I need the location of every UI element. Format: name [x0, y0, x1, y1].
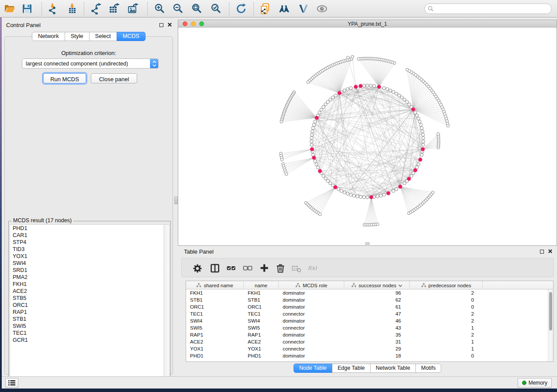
- mcds-result-item[interactable]: SRD1: [10, 267, 169, 274]
- vertical-splitter-handle[interactable]: [174, 196, 178, 204]
- cell-predecessor_nodes[interactable]: 2: [410, 310, 483, 317]
- table-row[interactable]: SWI4SWI4dominator462: [186, 317, 548, 324]
- cell-shared_name[interactable]: ACE2: [186, 338, 244, 345]
- cell-name[interactable]: TEC1: [244, 310, 279, 317]
- save-icon[interactable]: [21, 3, 33, 14]
- add-column-icon[interactable]: [259, 263, 270, 273]
- cell-successor_nodes[interactable]: 46: [344, 317, 410, 324]
- cell-shared_name[interactable]: YOX1: [186, 345, 244, 352]
- mcds-result-item[interactable]: TEC1: [10, 330, 169, 337]
- table-row[interactable]: FKH1FKH1dominator962: [186, 289, 548, 296]
- delete-column-icon[interactable]: [275, 263, 286, 273]
- table-row[interactable]: TEC1TEC1connector472: [186, 310, 548, 317]
- mcds-result-item[interactable]: CAR1: [10, 232, 169, 239]
- toggle-columns-icon[interactable]: [210, 263, 220, 273]
- cell-name[interactable]: ORC1: [244, 303, 279, 310]
- mcds-result-item[interactable]: YOX1: [10, 253, 169, 260]
- table-row[interactable]: SWI5SWI5connector431: [186, 324, 548, 331]
- cell-shared_name[interactable]: PHD1: [186, 352, 244, 359]
- export-image-icon[interactable]: [128, 3, 139, 14]
- mcds-result-scrollbar[interactable]: [163, 225, 169, 381]
- cell-shared_name[interactable]: FKH1: [186, 289, 244, 296]
- cell-shared_name[interactable]: ORC1: [186, 303, 244, 310]
- cell-successor_nodes[interactable]: 47: [344, 310, 410, 317]
- cell-name[interactable]: PHD1: [244, 352, 279, 359]
- cell-mcds_role[interactable]: connector: [279, 324, 344, 331]
- show-panels-button[interactable]: [5, 378, 18, 388]
- cell-mcds_role[interactable]: dominator: [279, 303, 344, 310]
- network-window-titlebar[interactable]: YPA_prune.txt_1: [178, 20, 557, 28]
- cell-mcds_role[interactable]: connector: [279, 345, 344, 352]
- cell-name[interactable]: RAP1: [244, 331, 279, 338]
- binoculars-icon[interactable]: [278, 3, 290, 14]
- cell-shared_name[interactable]: RAP1: [186, 331, 244, 338]
- cell-predecessor_nodes[interactable]: 0: [410, 296, 483, 303]
- share-document-icon[interactable]: [259, 3, 271, 14]
- export-table-icon[interactable]: [109, 3, 120, 14]
- mcds-result-item[interactable]: PHD1: [10, 225, 169, 232]
- tab-mcds[interactable]: MCDS: [117, 32, 145, 41]
- network-graph[interactable]: [178, 28, 557, 245]
- cell-successor_nodes[interactable]: 61: [344, 303, 410, 310]
- mcds-result-item[interactable]: STB5: [10, 295, 169, 302]
- mcds-result-item[interactable]: FKH1: [10, 281, 169, 288]
- mcds-result-item[interactable]: SWI5: [10, 323, 169, 330]
- mcds-result-item[interactable]: STB1: [10, 316, 169, 323]
- cell-mcds_role[interactable]: dominator: [279, 317, 344, 324]
- column-header-MCDS-role[interactable]: MCDS role: [279, 281, 344, 289]
- mcds-result-item[interactable]: ACE2: [10, 288, 169, 295]
- table-row[interactable]: YOX1YOX1connector291: [186, 345, 548, 352]
- cell-name[interactable]: STB1: [244, 296, 279, 303]
- import-table-icon[interactable]: [66, 3, 78, 14]
- column-header-predecessor-nodes[interactable]: predecessor nodes: [410, 281, 483, 289]
- cell-mcds_role[interactable]: connector: [279, 310, 344, 317]
- cell-mcds_role[interactable]: dominator: [279, 331, 344, 338]
- cell-mcds_role[interactable]: dominator: [279, 289, 344, 296]
- cell-predecessor_nodes[interactable]: 2: [410, 317, 483, 324]
- export-network-icon[interactable]: [90, 3, 102, 14]
- cell-successor_nodes[interactable]: 31: [344, 338, 410, 345]
- cell-mcds_role[interactable]: connector: [279, 338, 344, 345]
- memory-button[interactable]: Memory: [518, 378, 552, 388]
- mcds-result-item[interactable]: SWI4: [10, 260, 169, 267]
- column-header-name[interactable]: name: [244, 281, 279, 289]
- mcds-result-item[interactable]: PMA2: [10, 274, 169, 281]
- tab-style[interactable]: Style: [65, 32, 90, 41]
- settings-gear-icon[interactable]: [192, 263, 203, 273]
- refresh-layout-icon[interactable]: [235, 3, 247, 14]
- column-header-successor-nodes[interactable]: successor nodes: [344, 281, 410, 289]
- cell-mcds_role[interactable]: dominator: [279, 296, 344, 303]
- control-panel-float-button[interactable]: [159, 23, 163, 27]
- table-row[interactable]: PHD1PHD1dominator180: [186, 352, 548, 359]
- control-panel-close-button[interactable]: [167, 21, 172, 29]
- cell-successor_nodes[interactable]: 35: [344, 331, 410, 338]
- import-network-icon[interactable]: [47, 3, 58, 14]
- cell-name[interactable]: YOX1: [244, 345, 279, 352]
- zoom-selected-icon[interactable]: [210, 3, 221, 14]
- search-box[interactable]: [424, 3, 552, 14]
- optimization-criterion-dropdown[interactable]: largest connected component (undirected): [22, 58, 159, 69]
- cell-predecessor_nodes[interactable]: 2: [410, 289, 483, 296]
- cell-name[interactable]: FKH1: [244, 289, 279, 296]
- mcds-result-list[interactable]: PHD1CAR1STP4TID3YOX1SWI4SRD1PMA2FKH1ACE2…: [10, 224, 170, 382]
- tab-edge-table[interactable]: Edge Table: [332, 364, 370, 373]
- cell-predecessor_nodes[interactable]: 1: [410, 345, 483, 352]
- table-row[interactable]: ACE2ACE2connector311: [186, 338, 548, 345]
- table-scrollbar[interactable]: [548, 289, 553, 361]
- cell-predecessor_nodes[interactable]: 1: [410, 324, 483, 331]
- zoom-fit-icon[interactable]: [191, 3, 202, 14]
- table-scrollbar-thumb[interactable]: [549, 292, 552, 330]
- cell-shared_name[interactable]: TEC1: [186, 310, 244, 317]
- cell-name[interactable]: SWI4: [244, 317, 279, 324]
- column-header-shared-name[interactable]: shared name: [186, 281, 244, 289]
- network-canvas[interactable]: [178, 28, 557, 245]
- close-panel-button[interactable]: Close panel: [91, 73, 137, 83]
- zoom-in-icon[interactable]: [154, 3, 165, 14]
- cell-shared_name[interactable]: SWI5: [186, 324, 244, 331]
- table-panel-float-button[interactable]: [540, 250, 544, 254]
- table-row[interactable]: RAP1RAP1dominator352: [186, 331, 548, 338]
- tab-network[interactable]: Network: [32, 32, 65, 41]
- open-folder-icon[interactable]: [4, 3, 15, 14]
- mcds-result-item[interactable]: STP4: [10, 239, 169, 246]
- cell-mcds_role[interactable]: dominator: [279, 352, 344, 359]
